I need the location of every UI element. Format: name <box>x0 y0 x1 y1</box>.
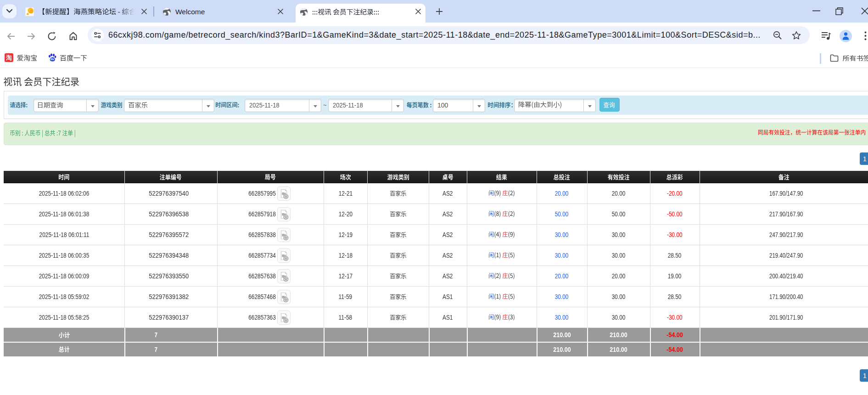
svg-text:du: du <box>50 57 54 61</box>
